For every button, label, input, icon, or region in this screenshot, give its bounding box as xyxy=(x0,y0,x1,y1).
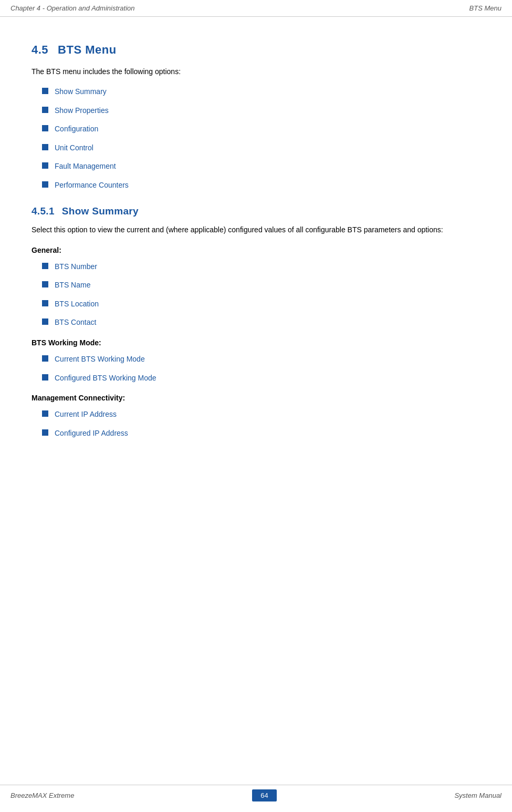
list-item: Configuration xyxy=(32,124,480,135)
group-label-1: BTS Working Mode: xyxy=(32,338,480,347)
section-4-5-title: BTS Menu xyxy=(58,43,117,56)
header-right: BTS Menu xyxy=(469,4,501,12)
list-item-label: BTS Name xyxy=(55,280,90,291)
list-item-label: Configured BTS Working Mode xyxy=(55,373,156,384)
list-item: Show Summary xyxy=(32,87,480,97)
list-item-label: Current BTS Working Mode xyxy=(55,354,145,365)
section-4-5-number: 4.5 xyxy=(32,43,48,56)
list-item: BTS Location xyxy=(32,299,480,310)
list-item-label: BTS Number xyxy=(55,262,97,272)
subsection-intro: Select this option to view the current a… xyxy=(32,224,480,235)
bullet-icon xyxy=(42,374,48,381)
group-0-list: BTS NumberBTS NameBTS LocationBTS Contac… xyxy=(32,262,480,328)
list-item: Configured IP Address xyxy=(32,428,480,439)
subsection-4-5-1-number: 4.5.1 xyxy=(32,205,55,217)
list-item: Configured BTS Working Mode xyxy=(32,373,480,384)
bullet-icon xyxy=(42,318,48,325)
list-item-label: Current IP Address xyxy=(55,409,117,420)
list-item-label: BTS Location xyxy=(55,299,99,310)
subsection-4-5-1-title: Show Summary xyxy=(62,205,139,217)
group-2-list: Current IP AddressConfigured IP Address xyxy=(32,409,480,438)
main-content: 4.5BTS Menu The BTS menu includes the fo… xyxy=(0,17,512,489)
bullet-icon xyxy=(42,429,48,436)
list-item: Show Properties xyxy=(32,106,480,116)
group-1-list: Current BTS Working ModeConfigured BTS W… xyxy=(32,354,480,383)
list-item: BTS Name xyxy=(32,280,480,291)
group-label-2: Management Connectivity: xyxy=(32,394,480,402)
group-label-0: General: xyxy=(32,246,480,254)
bullet-icon xyxy=(42,125,48,131)
list-item: Current BTS Working Mode xyxy=(32,354,480,365)
section-intro: The BTS menu includes the following opti… xyxy=(32,66,480,77)
header-left: Chapter 4 - Operation and Administration xyxy=(11,4,135,12)
bullet-icon xyxy=(42,410,48,417)
subsection-groups: General:BTS NumberBTS NameBTS LocationBT… xyxy=(32,246,480,439)
list-item: BTS Number xyxy=(32,262,480,272)
list-item-label: Configured IP Address xyxy=(55,428,128,439)
list-item-label: Fault Management xyxy=(55,161,116,172)
footer-right: System Manual xyxy=(454,792,501,799)
page-footer: BreezeMAX Extreme 64 System Manual xyxy=(0,785,512,801)
bullet-icon xyxy=(42,144,48,150)
list-item: Unit Control xyxy=(32,143,480,153)
bullet-icon xyxy=(42,88,48,94)
bullet-icon xyxy=(42,107,48,113)
bullet-icon xyxy=(42,181,48,188)
footer-page-number: 64 xyxy=(252,789,276,801)
bullet-icon xyxy=(42,355,48,362)
subsection-4-5-1-heading: 4.5.1Show Summary xyxy=(32,205,480,217)
list-item: Fault Management xyxy=(32,161,480,172)
list-item-label: Unit Control xyxy=(55,143,93,153)
list-item: BTS Contact xyxy=(32,317,480,328)
list-item: Performance Counters xyxy=(32,180,480,191)
section-4-5-heading: 4.5BTS Menu xyxy=(32,43,480,57)
list-item-label: BTS Contact xyxy=(55,317,96,328)
list-item-label: Configuration xyxy=(55,124,98,135)
list-item-label: Performance Counters xyxy=(55,180,129,191)
menu-items-list: Show SummaryShow PropertiesConfiguration… xyxy=(32,87,480,191)
list-item-label: Show Properties xyxy=(55,106,109,116)
bullet-icon xyxy=(42,263,48,269)
bullet-icon xyxy=(42,162,48,169)
footer-left: BreezeMAX Extreme xyxy=(11,792,74,799)
bullet-icon xyxy=(42,300,48,306)
page-header: Chapter 4 - Operation and Administration… xyxy=(0,0,512,17)
list-item: Current IP Address xyxy=(32,409,480,420)
bullet-icon xyxy=(42,281,48,287)
list-item-label: Show Summary xyxy=(55,87,107,97)
